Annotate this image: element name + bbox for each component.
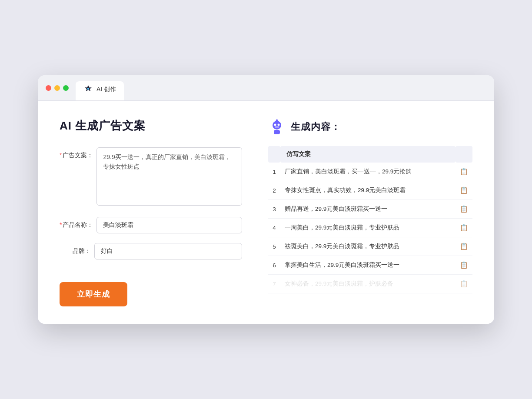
browser-window: AI 创作 AI 生成广告文案 *广告文案： 29.9买一送一，真正的厂家直销，… xyxy=(38,75,494,324)
close-button[interactable] xyxy=(46,85,51,91)
row-copy-text: 一周美白，29.9元美白淡斑霜，专业护肤品 xyxy=(280,219,456,237)
copy-icon[interactable]: 📋 xyxy=(460,168,468,175)
row-copy-text: 专抹女性斑点，真实功效，29.9元美白淡斑霜 xyxy=(280,181,456,200)
minimize-button[interactable] xyxy=(54,85,60,91)
copy-icon-cell[interactable]: 📋 xyxy=(456,200,472,219)
generate-button[interactable]: 立即生成 xyxy=(60,282,127,306)
svg-rect-7 xyxy=(275,126,279,128)
ad-copy-row: *广告文案： 29.9买一送一，真正的厂家直销，美白淡斑霜，专抹女性斑点 xyxy=(60,147,242,207)
table-row: 4一周美白，29.9元美白淡斑霜，专业护肤品📋 xyxy=(268,219,472,237)
table-header-action xyxy=(456,146,472,163)
row-number: 6 xyxy=(268,256,280,275)
svg-point-4 xyxy=(278,124,280,126)
browser-content: AI 生成广告文案 *广告文案： 29.9买一送一，真正的厂家直销，美白淡斑霜，… xyxy=(38,101,494,324)
table-row: 7女神必备，29.9元美白淡斑霜，护肤必备📋 xyxy=(268,275,472,293)
brand-input-wrapper xyxy=(94,243,242,259)
copy-icon[interactable]: 📋 xyxy=(460,261,468,269)
right-header: 生成内容： xyxy=(268,118,472,136)
copy-icon[interactable]: 📋 xyxy=(460,224,468,231)
copy-icon[interactable]: 📋 xyxy=(460,243,468,250)
row-number: 7 xyxy=(268,275,280,293)
table-header-num xyxy=(268,146,280,163)
browser-titlebar: AI 创作 xyxy=(38,75,494,101)
copy-icon[interactable]: 📋 xyxy=(460,186,468,194)
row-copy-text: 赠品再送，29.9元美白淡斑霜买一送一 xyxy=(280,200,456,219)
row-number: 2 xyxy=(268,181,280,200)
brand-row: 品牌： xyxy=(60,243,242,259)
maximize-button[interactable] xyxy=(63,85,69,91)
page-title: AI 生成广告文案 xyxy=(60,118,242,133)
row-number: 1 xyxy=(268,163,280,181)
ad-copy-label: *广告文案： xyxy=(60,147,93,160)
copy-icon-cell[interactable]: 📋 xyxy=(456,181,472,200)
copy-icon-cell[interactable]: 📋 xyxy=(456,256,472,275)
svg-point-3 xyxy=(274,124,276,126)
copy-icon-cell[interactable]: 📋 xyxy=(456,237,472,256)
copy-icon-cell[interactable]: 📋 xyxy=(456,163,472,181)
table-header-copy: 仿写文案 xyxy=(280,146,456,163)
product-name-row: *产品名称： xyxy=(60,217,242,233)
svg-point-1 xyxy=(273,121,281,130)
svg-point-0 xyxy=(87,88,90,90)
tab-label: AI 创作 xyxy=(96,86,116,93)
table-row: 5祛斑美白，29.9元美白淡斑霜，专业护肤品📋 xyxy=(268,237,472,256)
table-row: 2专抹女性斑点，真实功效，29.9元美白淡斑霜📋 xyxy=(268,181,472,200)
table-row: 1厂家直销，美白淡斑霜，买一送一，29.9元抢购📋 xyxy=(268,163,472,181)
row-number: 4 xyxy=(268,219,280,237)
row-copy-text: 掌握美白生活，29.9元美白淡斑霜买一送一 xyxy=(280,256,456,275)
copy-icon-cell[interactable]: 📋 xyxy=(456,219,472,237)
result-table: 仿写文案 1厂家直销，美白淡斑霜，买一送一，29.9元抢购📋2专抹女性斑点，真实… xyxy=(268,146,472,293)
bot-icon xyxy=(268,118,286,136)
ai-tab-icon xyxy=(83,85,93,94)
right-panel: 生成内容： 仿写文案 1厂家直销，美白淡斑霜，买一送一，29.9元抢购📋2专抹女… xyxy=(268,118,472,306)
row-copy-text: 祛斑美白，29.9元美白淡斑霜，专业护肤品 xyxy=(280,237,456,256)
brand-label: 品牌： xyxy=(60,243,91,255)
copy-icon[interactable]: 📋 xyxy=(460,205,468,213)
ad-copy-textarea[interactable]: 29.9买一送一，真正的厂家直销，美白淡斑霜，专抹女性斑点 xyxy=(96,147,242,206)
row-copy-text: 女神必备，29.9元美白淡斑霜，护肤必备 xyxy=(280,275,456,293)
copy-icon-cell[interactable]: 📋 xyxy=(456,275,472,293)
right-title: 生成内容： xyxy=(291,120,341,133)
product-name-label: *产品名称： xyxy=(60,217,93,229)
row-number: 5 xyxy=(268,237,280,256)
table-row: 3赠品再送，29.9元美白淡斑霜买一送一📋 xyxy=(268,200,472,219)
traffic-lights xyxy=(46,85,69,97)
required-star-ad: * xyxy=(60,152,62,159)
product-name-input-wrapper xyxy=(96,217,242,233)
table-row: 6掌握美白生活，29.9元美白淡斑霜买一送一📋 xyxy=(268,256,472,275)
row-copy-text: 厂家直销，美白淡斑霜，买一送一，29.9元抢购 xyxy=(280,163,456,181)
brand-input[interactable] xyxy=(94,243,242,259)
left-panel: AI 生成广告文案 *广告文案： 29.9买一送一，真正的厂家直销，美白淡斑霜，… xyxy=(60,118,242,306)
row-number: 3 xyxy=(268,200,280,219)
product-name-input[interactable] xyxy=(96,217,242,233)
svg-rect-2 xyxy=(274,130,280,134)
ad-copy-input-wrapper: 29.9买一送一，真正的厂家直销，美白淡斑霜，专抹女性斑点 xyxy=(96,147,242,207)
required-star-product: * xyxy=(60,221,62,228)
copy-icon[interactable]: 📋 xyxy=(460,280,468,287)
ai-tab[interactable]: AI 创作 xyxy=(76,81,124,100)
